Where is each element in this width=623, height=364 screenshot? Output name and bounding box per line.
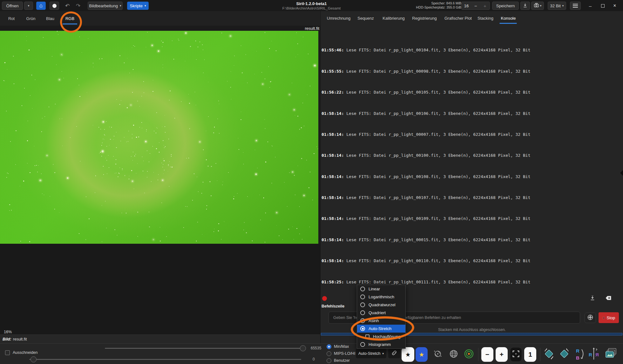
- image-processing-button[interactable]: Bildbearbeitung ▾: [88, 2, 123, 10]
- high-slider-track[interactable]: [105, 348, 301, 349]
- star-detection-button[interactable]: ★: [402, 347, 414, 362]
- mode-label: Quadriert: [369, 310, 386, 315]
- channel-tab[interactable]: RGB: [65, 16, 74, 21]
- display-mode-item[interactable]: Hochauflösung: [357, 333, 405, 341]
- stop-button[interactable]: × Stop: [599, 312, 619, 323]
- channel-tab[interactable]: Rot: [8, 16, 15, 21]
- chevron-down-icon: ▾: [562, 4, 564, 7]
- zoom-in-button[interactable]: +: [496, 347, 508, 362]
- cut-label: Ausschneiden: [13, 350, 38, 355]
- rotate-right-button[interactable]: [558, 347, 571, 362]
- snapshot-button[interactable]: ▾: [531, 2, 544, 10]
- decrement-button[interactable]: −: [471, 3, 480, 9]
- console-line: 01:58:14Lese FITS: Datei r_pp_light_0010…: [322, 216, 623, 222]
- maximize-button[interactable]: [599, 2, 607, 10]
- display-mode-item[interactable]: Linear: [357, 285, 405, 293]
- mode-label: Linear: [369, 287, 380, 291]
- console-line: 01:55:46Lese FITS: Datei r_pp_light_0010…: [322, 48, 623, 53]
- layers-icon: [604, 347, 617, 362]
- mode-label: Histogramm: [369, 342, 391, 347]
- globe-plus-icon: [587, 314, 593, 322]
- bit-depth-label: 32 Bit: [550, 3, 561, 8]
- display-mode-item[interactable]: Histogramm: [357, 341, 405, 348]
- close-button[interactable]: ×: [611, 2, 619, 10]
- channel-tab[interactable]: Grün: [26, 16, 36, 21]
- workflow-tab[interactable]: Konsole: [501, 16, 516, 21]
- link-channels-button[interactable]: [388, 348, 400, 358]
- cut-checkbox[interactable]: [5, 350, 10, 355]
- astrometry-button[interactable]: [447, 347, 460, 362]
- workflow-tab[interactable]: Umrechnung: [327, 16, 350, 21]
- astro-image[interactable]: [0, 31, 318, 244]
- scale-mode-option[interactable]: MIPS-LO/HI: [327, 350, 355, 357]
- workflow-tab[interactable]: Sequenz: [357, 16, 374, 21]
- scale-mode-option[interactable]: Benutzer: [327, 357, 355, 364]
- photometry-button[interactable]: ★: [416, 347, 428, 362]
- rotate-left-button[interactable]: [543, 347, 555, 362]
- camera-icon: [534, 3, 539, 9]
- save-button[interactable]: Speichern: [492, 2, 519, 10]
- display-mode-item[interactable]: Logarithmisch: [357, 293, 405, 301]
- sampling-button[interactable]: [463, 347, 475, 362]
- console-line: 01:58:25Lese FITS: Datei r_pp_light_0011…: [322, 280, 623, 285]
- chevron-down-icon: ▾: [28, 4, 30, 7]
- workflow-tab[interactable]: Stacking: [477, 16, 493, 21]
- record-button[interactable]: [50, 2, 59, 10]
- star-outline-icon: ★: [405, 351, 410, 358]
- disk-space: HDD-Speicherplatz: 355.0 GiB: [416, 5, 461, 10]
- home-button[interactable]: ⌂: [36, 2, 46, 10]
- flip-vertical-button[interactable]: RB: [574, 347, 586, 362]
- network-button[interactable]: [585, 313, 596, 323]
- workflow-tab[interactable]: Kalibrierung: [383, 16, 404, 21]
- target-icon: [464, 349, 474, 360]
- mirror-horizontal-button[interactable]: RЯ: [588, 347, 600, 362]
- low-slider-thumb[interactable]: [30, 356, 37, 362]
- image-filename-overlay: result.fit: [270, 26, 319, 31]
- low-slider-track[interactable]: [29, 359, 301, 360]
- clear-log-button[interactable]: [603, 295, 614, 303]
- display-mode-item[interactable]: Quadriert: [357, 309, 405, 317]
- display-mode-item[interactable]: Asinh: [357, 317, 405, 325]
- open-dropdown-button[interactable]: ▾: [24, 2, 33, 10]
- rotate-right-icon: [558, 347, 570, 362]
- high-slider-thumb[interactable]: [300, 345, 306, 351]
- open-button[interactable]: Öffnen: [2, 2, 23, 10]
- chevron-down-icon: ▾: [382, 352, 384, 355]
- workflow-tab[interactable]: Registrierung: [412, 16, 437, 21]
- undo-button[interactable]: ↶: [62, 2, 72, 10]
- zoom-out-button[interactable]: −: [481, 347, 493, 362]
- radio-icon: [327, 358, 331, 363]
- svg-text:Я: Я: [595, 352, 599, 357]
- close-icon: ×: [613, 3, 616, 9]
- panel-expander-handle[interactable]: [620, 170, 623, 176]
- scale-mode-option[interactable]: Min/Max: [327, 343, 355, 350]
- redo-button[interactable]: ↷: [73, 2, 83, 10]
- console-line: 01:56:22Lese FITS: Datei r_pp_light_0010…: [322, 90, 623, 95]
- console-line: 01:58:14Lese FITS: Datei r_pp_light_0001…: [322, 237, 623, 243]
- display-mode-select[interactable]: Auto-Stretch ▾: [356, 348, 386, 358]
- hamburger-menu-button[interactable]: [570, 2, 581, 10]
- display-mode-item[interactable]: Auto-Stretch: [357, 325, 405, 333]
- channel-tab[interactable]: Blau: [46, 16, 54, 21]
- console-line: 01:58:14Lese FITS: Datei r_pp_light_0000…: [322, 132, 623, 137]
- export-log-button[interactable]: [587, 295, 598, 303]
- zoom-one-button[interactable]: 1: [524, 347, 536, 362]
- console-log[interactable]: 01:55:46Lese FITS: Datei r_pp_light_0010…: [322, 27, 623, 286]
- console-line: 01:55:55Lese FITS: Datei r_pp_light_0009…: [322, 69, 623, 74]
- increment-button[interactable]: +: [480, 3, 490, 9]
- chevron-down-icon: ▾: [145, 4, 146, 7]
- bit-depth-button[interactable]: 32 Bit ▾: [548, 2, 566, 10]
- export-button[interactable]: [520, 2, 530, 10]
- thread-spinner[interactable]: 16 − +: [461, 2, 490, 10]
- workflow-tab[interactable]: Grafischer Plot: [444, 16, 472, 21]
- svg-text:B: B: [576, 355, 579, 361]
- scripts-button[interactable]: Skripte ▾: [127, 2, 149, 10]
- zoom-fit-button[interactable]: [510, 347, 522, 362]
- scale-mode-label: MIPS-LO/HI: [334, 351, 355, 356]
- minimize-button[interactable]: –: [586, 2, 594, 10]
- psf-button[interactable]: [431, 347, 444, 362]
- sequence-frames-button[interactable]: [604, 347, 617, 362]
- galaxy-icon: [433, 349, 443, 360]
- display-mode-item[interactable]: Quadratwurzel: [357, 301, 405, 309]
- record-icon: [52, 4, 57, 8]
